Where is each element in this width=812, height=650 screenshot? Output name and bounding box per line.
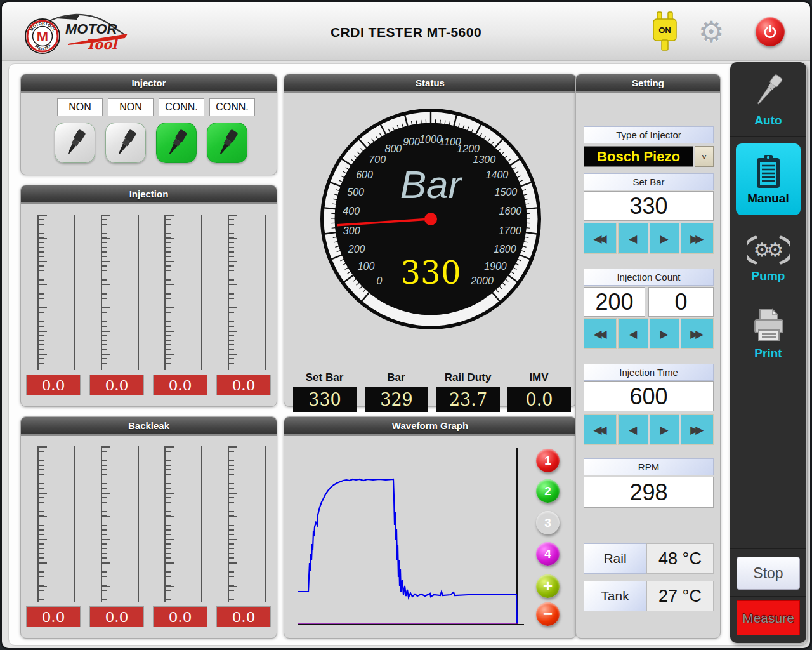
waveform-panel: Waveform Graph 1 2 3 4 + − bbox=[284, 416, 577, 639]
rail-temp-label: Rail bbox=[584, 543, 646, 574]
svg-text:600: 600 bbox=[356, 169, 373, 180]
injector2-button[interactable] bbox=[105, 123, 146, 163]
power-icon bbox=[756, 17, 785, 46]
backleak-value-4: 0.0 bbox=[216, 606, 271, 627]
sidebar-auto-label: Auto bbox=[754, 114, 782, 128]
sidebar: Auto Manual ⚙ ⚙ Pump bbox=[730, 62, 806, 643]
backleak-panel-title: Backleak bbox=[21, 417, 277, 436]
svg-text:300: 300 bbox=[343, 225, 360, 236]
injection-scale-1: 0.0 bbox=[21, 204, 84, 406]
zoom-in-button[interactable]: + bbox=[536, 574, 560, 598]
zoom-out-button[interactable]: − bbox=[536, 602, 560, 626]
svg-text:400: 400 bbox=[343, 206, 360, 216]
sidebar-item-manual[interactable]: Manual bbox=[730, 137, 806, 222]
injection-count-current: 0 bbox=[648, 287, 714, 317]
set-bar-steppers: ◀◀ ◀ ▶ ▶▶ bbox=[584, 223, 714, 254]
backleak-value-3: 0.0 bbox=[153, 606, 207, 627]
app-title: CRDI TESTER MT-5600 bbox=[2, 25, 810, 40]
svg-text:700: 700 bbox=[369, 154, 386, 165]
injector-type-value[interactable]: Bosch Piezo bbox=[584, 146, 693, 167]
injector-icon bbox=[162, 128, 190, 158]
manual-clipboard-icon bbox=[754, 154, 783, 190]
svg-text:1200: 1200 bbox=[457, 143, 480, 154]
injector-icon bbox=[112, 128, 140, 158]
pump-gears-icon: ⚙ ⚙ bbox=[747, 234, 790, 267]
backleak-scale-1: 0.0 bbox=[21, 436, 84, 638]
imv-value: 0.0 bbox=[508, 387, 571, 412]
exit-button[interactable] bbox=[752, 2, 789, 61]
injector4-button[interactable] bbox=[207, 123, 247, 163]
sidebar-item-pump[interactable]: ⚙ ⚙ Pump bbox=[730, 222, 806, 295]
pressure-gauge: 0100200300400500600700800900100011001200… bbox=[317, 105, 545, 333]
ruler-icon bbox=[228, 215, 238, 370]
count-decrease-button[interactable]: ◀ bbox=[618, 318, 648, 349]
waveform-plot bbox=[284, 436, 576, 638]
svg-text:1600: 1600 bbox=[499, 206, 522, 216]
setting-panel: Setting Type of Injector Bosch Piezo v S… bbox=[575, 74, 721, 639]
time-increase-button[interactable]: ▶ bbox=[650, 414, 679, 445]
injector-icon bbox=[213, 128, 241, 158]
svg-text:2000: 2000 bbox=[470, 275, 494, 286]
rpm-label: RPM bbox=[584, 458, 714, 475]
svg-text:500: 500 bbox=[347, 187, 364, 197]
tank-temp-value: 27 °C bbox=[646, 581, 714, 611]
main-area: Injector NON NON CONN. CONN. Injection 0… bbox=[8, 63, 808, 646]
backleak-panel: Backleak 0.0 0.0 0.0 0.0 bbox=[20, 416, 277, 639]
injector-type-dropdown-button[interactable]: v bbox=[695, 146, 714, 167]
count-increase-button[interactable]: ▶ bbox=[650, 318, 679, 349]
injection-value-2: 0.0 bbox=[89, 375, 144, 395]
stop-button[interactable]: Stop bbox=[737, 557, 800, 590]
status-panel-title: Status bbox=[284, 74, 576, 93]
channel-2-button[interactable]: 2 bbox=[536, 479, 560, 503]
injector-panel-title: Injector bbox=[21, 74, 277, 93]
power-plug-icon: ON bbox=[651, 11, 679, 52]
gauge-value: 330 bbox=[400, 255, 461, 291]
svg-text:200: 200 bbox=[348, 244, 365, 255]
injector1-button[interactable] bbox=[55, 123, 95, 163]
injector-icon bbox=[61, 128, 89, 158]
count-fast-decrease-button[interactable]: ◀◀ bbox=[584, 318, 617, 349]
plug-state-label: ON bbox=[658, 25, 671, 35]
injector3-button[interactable] bbox=[156, 123, 197, 163]
svg-text:100: 100 bbox=[358, 261, 375, 272]
setbar-fast-decrease-button[interactable]: ◀◀ bbox=[584, 223, 617, 254]
injection-count-steppers: ◀◀ ◀ ▶ ▶▶ bbox=[584, 318, 714, 349]
sidebar-item-auto[interactable]: Auto bbox=[730, 62, 806, 137]
injection-scale-4: 0.0 bbox=[211, 204, 275, 406]
svg-text:1800: 1800 bbox=[494, 244, 516, 255]
sidebar-item-print[interactable]: Print bbox=[730, 295, 806, 373]
backleak-scale-3: 0.0 bbox=[148, 436, 211, 638]
setbar-increase-button[interactable]: ▶ bbox=[650, 223, 679, 254]
header-bar: MOTORTOOL PRO CRDI M MOTOR Tool CRDI TES… bbox=[2, 2, 810, 61]
setbar-fast-increase-button[interactable]: ▶▶ bbox=[681, 223, 714, 254]
injector1-status: NON bbox=[57, 98, 103, 116]
channel-4-button[interactable]: 4 bbox=[536, 542, 560, 566]
svg-text:1900: 1900 bbox=[484, 261, 507, 272]
settings-button[interactable]: ⚙ bbox=[692, 2, 730, 61]
connection-toggle[interactable]: ON bbox=[644, 2, 686, 61]
sidebar-manual-label: Manual bbox=[747, 192, 789, 206]
setting-panel-title: Setting bbox=[576, 74, 720, 93]
injection-scale-3: 0.0 bbox=[148, 204, 211, 406]
injection-scale-2: 0.0 bbox=[84, 204, 148, 406]
channel-3-button[interactable]: 3 bbox=[536, 511, 560, 534]
printer-icon bbox=[750, 307, 787, 344]
measure-button[interactable]: Measure bbox=[737, 600, 800, 635]
injection-time-label: Injection Time bbox=[584, 364, 714, 381]
injection-value-4: 0.0 bbox=[216, 375, 271, 395]
ruler-icon bbox=[164, 446, 174, 602]
channel-1-button[interactable]: 1 bbox=[536, 449, 560, 472]
bar-value: 329 bbox=[365, 387, 428, 412]
setbar-decrease-button[interactable]: ◀ bbox=[618, 223, 648, 254]
injector4-status: CONN. bbox=[209, 98, 255, 116]
injector-panel: Injector NON NON CONN. CONN. bbox=[20, 74, 277, 175]
ruler-icon bbox=[37, 215, 48, 370]
ruler-icon bbox=[228, 446, 238, 602]
time-fast-increase-button[interactable]: ▶▶ bbox=[681, 414, 714, 445]
time-decrease-button[interactable]: ◀ bbox=[618, 414, 648, 445]
gauge-unit-label: Bar bbox=[400, 162, 463, 206]
count-fast-increase-button[interactable]: ▶▶ bbox=[681, 318, 714, 349]
backleak-value-1: 0.0 bbox=[26, 606, 81, 627]
injection-value-1: 0.0 bbox=[26, 375, 81, 395]
time-fast-decrease-button[interactable]: ◀◀ bbox=[584, 414, 617, 445]
